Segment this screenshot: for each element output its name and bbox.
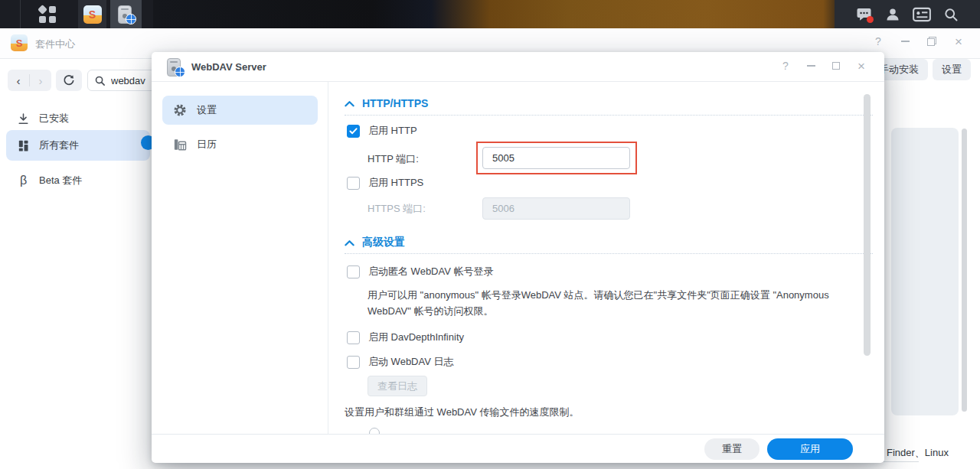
package-detail-panel	[891, 128, 959, 415]
anonymous-login-row: 启动匿名 WebDAV 帐号登录	[347, 265, 493, 278]
taskbar-tray	[854, 0, 980, 28]
section-advanced[interactable]: 高级设置	[345, 236, 405, 249]
anonymous-login-checkbox[interactable]	[347, 265, 360, 278]
window-title: 套件中心	[35, 37, 75, 51]
minimize-button[interactable]	[899, 35, 911, 47]
dav-depth-checkbox[interactable]	[347, 331, 360, 344]
reset-button[interactable]: 重置	[704, 438, 760, 460]
enable-http-checkbox[interactable]	[347, 125, 360, 138]
sidebar-item-label: 已安装	[39, 112, 69, 125]
settings-button[interactable]: 设置	[933, 59, 971, 80]
maximize-icon	[832, 62, 840, 70]
dialog-titlebar[interactable]: WebDAV Server ? ×	[152, 52, 884, 82]
help-button[interactable]: ?	[779, 60, 792, 72]
checkbox-label: 启用 HTTP	[368, 124, 417, 138]
download-icon	[17, 112, 30, 125]
tab-settings[interactable]: 设置	[162, 96, 318, 125]
widgets-icon	[913, 7, 931, 22]
minimize-icon	[901, 41, 910, 42]
checkbox-label: 启动 WebDAV 日志	[368, 355, 453, 369]
gear-icon	[173, 103, 187, 117]
taskbar: S	[0, 0, 980, 28]
webdav-server-icon	[116, 5, 136, 24]
webdav-server-icon	[165, 57, 185, 77]
taskbar-package-center-button[interactable]: S	[78, 0, 106, 28]
back-button[interactable]: ‹	[8, 70, 29, 91]
enable-http-row: 启用 HTTP	[347, 124, 417, 138]
view-log-button: 查看日志	[368, 376, 427, 396]
webdav-server-dialog: WebDAV Server ? × 设置	[152, 52, 884, 463]
calendar-icon	[173, 138, 187, 151]
speed-limit-radio[interactable]	[369, 428, 380, 434]
dav-depth-row: 启用 DavDepthInfinity	[347, 331, 464, 344]
tab-calendar[interactable]: 日历	[162, 130, 318, 159]
chevron-up-icon	[345, 239, 354, 246]
main-menu-button[interactable]	[38, 5, 57, 24]
close-button[interactable]: ×	[855, 60, 867, 72]
all-packages-icon	[17, 139, 30, 152]
anonymous-description: 用户可以用 "anonymous" 帐号登录WebDAV 站点。请确认您已在"共…	[368, 287, 838, 319]
minimize-icon	[807, 65, 815, 67]
package-center-icon: S	[83, 5, 102, 24]
section-heading: 高级设置	[362, 236, 405, 249]
webdav-log-row: 启动 WebDAV 日志	[347, 355, 453, 369]
notification-badge	[867, 16, 874, 23]
sidebar-item-label: Beta 套件	[39, 174, 82, 187]
search-button[interactable]	[942, 5, 960, 24]
desktop: S	[0, 0, 980, 469]
history-nav: ‹ ›	[8, 70, 51, 91]
enable-https-checkbox[interactable]	[347, 177, 360, 190]
dialog-scrollbar[interactable]	[864, 94, 871, 356]
dialog-title: WebDAV Server	[191, 61, 266, 73]
refresh-icon	[63, 74, 75, 86]
apply-button[interactable]: 应用	[767, 438, 853, 460]
search-icon	[943, 7, 959, 22]
http-port-highlight	[476, 142, 637, 174]
restore-button[interactable]	[926, 35, 938, 47]
minimize-button[interactable]	[805, 60, 817, 72]
sidebar-item-label: 所有套件	[39, 138, 79, 152]
check-icon	[349, 128, 358, 135]
maximize-button[interactable]	[830, 60, 842, 72]
section-separator	[345, 115, 873, 116]
http-port-input[interactable]	[482, 147, 630, 169]
tab-label: 设置	[197, 103, 217, 117]
taskbar-webdav-button[interactable]	[110, 0, 142, 28]
package-center-icon: S	[11, 34, 28, 51]
user-button[interactable]	[884, 5, 902, 24]
dialog-content: HTTP/HTTPS 启用 HTTP HTTP 端口: 启用 HTTPS HTT…	[328, 82, 884, 434]
user-icon	[885, 7, 900, 22]
forward-button[interactable]: ›	[30, 70, 51, 91]
refresh-button[interactable]	[56, 70, 82, 91]
sidebar-item-beta[interactable]: β Beta 套件	[0, 168, 152, 194]
https-port-label: HTTPS 端口:	[368, 202, 426, 216]
dialog-footer: 重置 应用	[152, 434, 884, 463]
widgets-button[interactable]	[913, 5, 931, 24]
http-port-label: HTTP 端口:	[368, 152, 419, 166]
tab-label: 日历	[197, 138, 217, 151]
search-icon	[94, 75, 106, 86]
checkbox-label: 启用 HTTPS	[368, 176, 423, 190]
chevron-up-icon	[345, 100, 354, 107]
checkbox-label: 启动匿名 WebDAV 帐号登录	[368, 265, 493, 278]
section-separator	[345, 253, 873, 254]
page-scrollbar[interactable]	[962, 129, 967, 412]
section-heading: HTTP/HTTPS	[362, 97, 428, 109]
speed-limit-text: 设置用户和群组通过 WebDAV 传输文件的速度限制。	[345, 405, 579, 419]
taskbar-divider	[20, 0, 21, 28]
help-button[interactable]: ?	[872, 35, 884, 47]
webdav-log-checkbox[interactable]	[347, 356, 360, 369]
section-http-https[interactable]: HTTP/HTTPS	[345, 97, 428, 109]
sidebar-item-installed[interactable]: 已安装	[0, 106, 152, 132]
sidebar-item-all-packages[interactable]: 所有套件	[0, 132, 152, 158]
beta-icon: β	[17, 174, 30, 187]
dialog-tab-panel: 设置 日历	[152, 82, 328, 434]
enable-https-row: 启用 HTTPS	[347, 176, 423, 190]
package-description-fragment: Finder、Linux	[887, 446, 949, 460]
checkbox-label: 启用 DavDepthInfinity	[368, 331, 464, 344]
close-button[interactable]: ×	[952, 35, 965, 47]
https-port-input	[482, 197, 630, 220]
notifications-button[interactable]	[854, 5, 873, 24]
restore-icon	[927, 37, 936, 46]
